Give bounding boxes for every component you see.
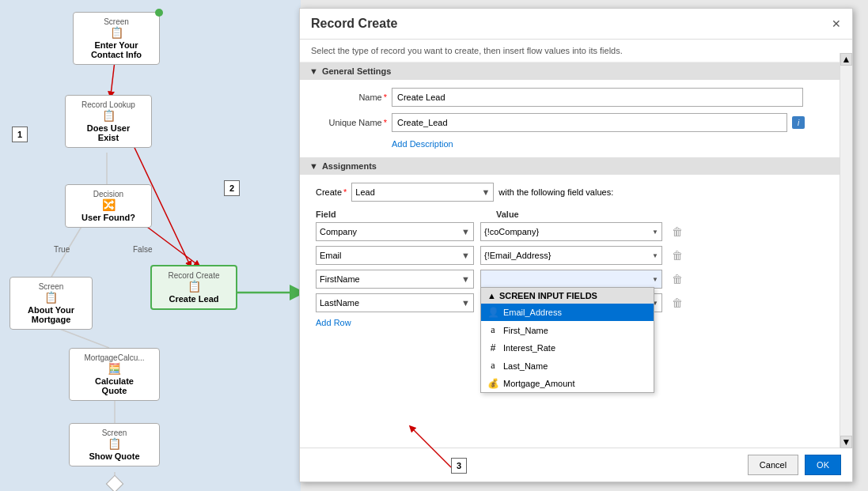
value-select-company[interactable]: {!coCompany}▼ [480,222,662,241]
field-row-firstname: FirstName▼ ▼ 🗑 [316,270,836,289]
panel-scrollbar[interactable]: ▲ ▼ [840,53,852,448]
node-screen-contact[interactable]: Screen 📋 Enter YourContact Info [73,12,160,65]
ok-button[interactable]: OK [805,455,841,475]
dropdown-item-email[interactable]: 👤 Email_Address [481,304,654,321]
mortgage-icon: 💰 [487,378,498,389]
record-create-panel: Record Create ✕ Select the type of recor… [299,8,853,482]
node-type-label: Record Lookup [72,100,145,109]
unique-name-row: Unique Name* i [316,113,836,132]
field-row-email: Email▼ {!Email_Address}▼ 🗑 [316,246,836,265]
scroll-up-button[interactable]: ▲ [840,53,852,66]
node-type-label: Screen [17,282,85,291]
delete-icon-firstname[interactable]: 🗑 [672,273,683,285]
name-label: Name* [316,93,387,102]
dropdown-item-lastname[interactable]: a Last_Name [481,357,654,375]
node-record-create[interactable]: Record Create 📋 Create Lead [150,265,237,310]
rate-icon: # [487,342,498,353]
node-label: CalculateQuote [76,376,153,395]
node-type-label: Record Create [158,271,229,280]
node-label: Create Lead [158,294,229,304]
panel-subtitle: Select the type of record you want to cr… [300,40,852,62]
cancel-button[interactable]: Cancel [748,455,798,475]
badge-3: 3 [451,458,467,474]
section-assignments-header: ▼ Assignments [300,157,852,175]
dropdown-item-firstname[interactable]: a First_Name [481,321,654,339]
node-label: User Found? [72,213,145,222]
fv-header: Field Value [316,210,836,219]
node-label: About YourMortgage [17,305,85,324]
firstname-icon: a [487,324,498,336]
field-value-table: Field Value Company▼ {!coCompany}▼ 🗑 [316,210,836,328]
panel-body: ▼ General Settings Name* Unique Name* i … [300,62,852,448]
name-input[interactable] [392,88,803,107]
unique-name-label: Unique Name* [316,118,387,127]
dropdown-header: ▲ SCREEN INPUT FIELDS [481,288,654,304]
email-icon: 👤 [487,307,498,318]
create-label: Create* [316,187,347,197]
info-icon[interactable]: i [792,116,805,129]
node-label: Enter YourContact Info [80,40,153,59]
object-select[interactable]: Lead ▼ [351,183,494,202]
badge-2: 2 [224,180,240,196]
node-type-label: Screen [80,17,153,26]
panel-footer: Cancel OK [300,448,852,482]
node-type-label: Decision [72,190,145,198]
lastname-icon: a [487,360,498,372]
node-label: Does UserExist [72,123,145,142]
following-text: with the following field values: [498,187,613,197]
badge-1: 1 [12,127,28,142]
field-select-lastname[interactable]: LastName▼ [316,293,474,312]
node-type-label: MortgageCalcu... [76,353,153,362]
field-row-company: Company▼ {!coCompany}▼ 🗑 [316,222,836,241]
add-description-link[interactable]: Add Description [392,139,453,149]
delete-icon-company[interactable]: 🗑 [672,225,683,238]
green-arrow [236,285,301,300]
delete-icon-email[interactable]: 🗑 [672,249,683,262]
true-label: True [54,245,70,254]
node-record-lookup[interactable]: Record Lookup 📋 Does UserExist [65,95,152,148]
section-triangle2: ▼ [309,161,318,171]
section-triangle: ▼ [309,66,318,76]
assignments-content: Create* Lead ▼ with the following field … [300,175,852,336]
value-select-email[interactable]: {!Email_Address}▼ [480,246,662,265]
name-row: Name* [316,88,836,107]
flow-canvas: 1 2 Screen 📋 Enter YourContact Info Reco… [0,0,301,491]
dropdown-item-mortgage[interactable]: 💰 Mortgage_Amount [481,375,654,392]
node-screen-mortgage[interactable]: Screen 📋 About YourMortgage [9,277,93,330]
field-row-firstname-container: FirstName▼ ▼ 🗑 ▲ SCREEN INPUT FIELDS [316,270,836,289]
assignments-row: Create* Lead ▼ with the following field … [316,183,836,202]
delete-icon-lastname[interactable]: 🗑 [672,296,683,309]
node-decision[interactable]: Decision 🔀 User Found? [65,184,152,228]
field-select-company[interactable]: Company▼ [316,222,474,241]
dropdown-item-rate[interactable]: # Interest_Rate [481,339,654,357]
screen-input-fields-dropdown: ▲ SCREEN INPUT FIELDS 👤 Email_Address a … [480,287,654,393]
svg-line-0 [111,61,115,95]
panel-title: Record Create [311,17,397,31]
value-select-firstname[interactable]: ▼ [480,270,662,289]
field-select-firstname[interactable]: FirstName▼ [316,270,474,289]
node-label: Show Quote [76,451,153,461]
flow-end-diamond [106,475,124,491]
scroll-up-mini[interactable]: ▲ [487,291,496,300]
general-settings-content: Name* Unique Name* i Add Description [300,80,852,157]
node-mortgage-calc[interactable]: MortgageCalcu... 🧮 CalculateQuote [69,348,160,401]
unique-name-input[interactable] [392,113,787,132]
scroll-down-button[interactable]: ▼ [840,436,852,448]
close-button[interactable]: ✕ [832,17,841,30]
panel-header: Record Create ✕ [300,9,852,40]
green-dot [155,9,163,17]
add-row-link[interactable]: Add Row [316,318,351,327]
value-header: Value [496,210,519,219]
field-select-email[interactable]: Email▼ [316,246,474,265]
node-screen-quote[interactable]: Screen 📋 Show Quote [69,423,160,466]
node-type-label: Screen [76,429,153,437]
false-label: False [133,245,152,254]
field-header: Field [316,210,482,219]
section-general-header: ▼ General Settings [300,62,852,80]
